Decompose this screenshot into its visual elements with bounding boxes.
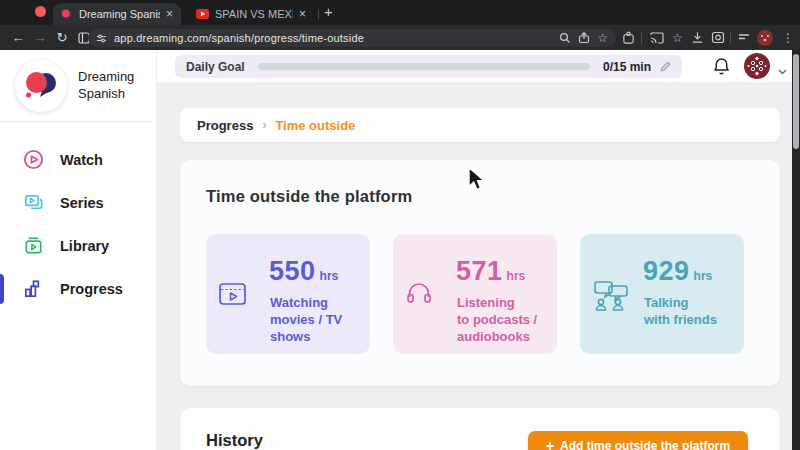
stat-label: Watching movies / TV shows bbox=[270, 294, 342, 345]
progress-icon bbox=[21, 277, 45, 300]
forward-icon[interactable]: → bbox=[30, 25, 50, 50]
time-outside-card: Time outside the platform 550 hrs Watchi… bbox=[180, 160, 780, 386]
stat-unit: hrs bbox=[694, 269, 713, 283]
stat-unit: hrs bbox=[320, 269, 339, 283]
sidebar-item-label: Progress bbox=[60, 281, 123, 297]
sidebar-item-series[interactable]: Series bbox=[0, 181, 156, 224]
browser-tab-youtube[interactable]: SPAIN VS MEXICO: Can We E × bbox=[188, 3, 314, 25]
search-tabs-icon[interactable] bbox=[711, 25, 725, 50]
toolbar-separator bbox=[730, 32, 731, 44]
toolbar-separator bbox=[641, 32, 642, 44]
stat-card-talking: 929 hrs Talking with friends bbox=[580, 234, 744, 354]
stat-value: 929 bbox=[643, 256, 690, 287]
tab-title: SPAIN VS MEXICO: Can We E bbox=[215, 8, 293, 20]
bookmark-icon[interactable]: ☆ bbox=[597, 32, 608, 44]
browser-menu-icon[interactable]: ⋮ bbox=[782, 25, 794, 50]
breadcrumb-current: Time outside bbox=[275, 118, 355, 133]
tab-title: Dreaming Spanish bbox=[79, 8, 160, 20]
screen: Dreaming Spanish × SPAIN VS MEXICO: Can … bbox=[0, 0, 800, 450]
user-avatar[interactable] bbox=[744, 53, 770, 83]
notifications-bell-icon[interactable] bbox=[713, 57, 730, 79]
breadcrumb-separator: › bbox=[262, 118, 266, 132]
dreaming-spanish-logo-icon bbox=[15, 60, 67, 112]
breadcrumb: Progress › Time outside bbox=[180, 108, 780, 142]
browser-chrome: Dreaming Spanish × SPAIN VS MEXICO: Can … bbox=[0, 0, 800, 50]
youtube-favicon bbox=[196, 9, 209, 19]
daily-goal-widget: Daily Goal 0/15 min bbox=[175, 55, 682, 78]
page-scrollbar[interactable] bbox=[792, 50, 800, 450]
stat-value: 571 bbox=[456, 256, 503, 287]
headphones-icon bbox=[405, 280, 433, 310]
add-time-outside-label: Add time outside the platform bbox=[560, 439, 730, 450]
sidebar-item-library[interactable]: Library bbox=[0, 224, 156, 267]
zoom-icon[interactable] bbox=[559, 32, 571, 44]
stat-label: Listening to podcasts / audiobooks bbox=[457, 294, 537, 345]
download-icon[interactable] bbox=[691, 25, 704, 50]
sidebar-item-label: Series bbox=[60, 195, 104, 211]
scrollbar-thumb[interactable] bbox=[793, 54, 799, 149]
breadcrumb-progress-link[interactable]: Progress bbox=[197, 118, 253, 133]
url-text[interactable]: app.dreaming.com/spanish/progress/time-o… bbox=[114, 32, 552, 44]
tab-separator bbox=[318, 9, 319, 19]
extensions-icon[interactable] bbox=[622, 25, 635, 50]
new-tab-button[interactable]: + bbox=[324, 3, 333, 20]
sidebar-nav: Watch Series bbox=[0, 122, 156, 310]
browser-profile-avatar[interactable] bbox=[757, 25, 773, 50]
browser-tab-dreaming-spanish[interactable]: Dreaming Spanish × bbox=[53, 3, 181, 25]
watch-icon bbox=[21, 148, 45, 171]
brand[interactable]: Dreaming Spanish bbox=[0, 50, 156, 122]
stat-value: 550 bbox=[269, 256, 316, 287]
back-icon[interactable]: ← bbox=[8, 25, 28, 50]
sidebar-item-label: Library bbox=[60, 238, 109, 254]
cast-icon[interactable] bbox=[650, 25, 664, 50]
sidebar-item-progress[interactable]: Progress bbox=[0, 267, 156, 310]
library-icon bbox=[21, 234, 45, 257]
dreaming-spanish-favicon bbox=[61, 8, 73, 20]
sidebar: Dreaming Spanish Watch bbox=[0, 50, 157, 450]
page-title: Time outside the platform bbox=[180, 160, 780, 206]
daily-goal-label: Daily Goal bbox=[186, 60, 245, 74]
share-icon[interactable] bbox=[578, 32, 590, 44]
extension-star-icon[interactable]: ☆ bbox=[672, 25, 683, 50]
brand-name: Dreaming Spanish bbox=[78, 69, 140, 103]
stat-card-watching: 550 hrs Watching movies / TV shows bbox=[206, 234, 370, 354]
tune-icon[interactable] bbox=[96, 33, 107, 44]
series-icon bbox=[21, 191, 45, 214]
sidebar-item-watch[interactable]: Watch bbox=[0, 138, 156, 181]
stat-card-listening: 571 hrs Listening to podcasts / audioboo… bbox=[393, 234, 557, 354]
chevron-down-icon[interactable] bbox=[778, 61, 787, 79]
sidebar-item-label: Watch bbox=[60, 152, 103, 168]
app-header: Daily Goal 0/15 min bbox=[157, 50, 800, 82]
close-tab-icon[interactable]: × bbox=[299, 8, 306, 20]
browser-toolbar: ← → ↻ app.dreaming.com/spanish/progress/… bbox=[0, 25, 800, 50]
daily-goal-progressbar bbox=[258, 63, 590, 70]
add-time-outside-button[interactable]: + Add time outside the platform bbox=[528, 431, 748, 450]
address-bar[interactable]: app.dreaming.com/spanish/progress/time-o… bbox=[88, 29, 616, 47]
stat-unit: hrs bbox=[507, 269, 526, 283]
reload-icon[interactable]: ↻ bbox=[52, 25, 72, 50]
close-tab-icon[interactable]: × bbox=[166, 8, 173, 20]
close-window-button[interactable] bbox=[35, 6, 46, 17]
stats-row: 550 hrs Watching movies / TV shows 571 h… bbox=[206, 234, 744, 354]
edit-goal-icon[interactable] bbox=[660, 61, 671, 72]
reading-list-icon[interactable] bbox=[738, 25, 750, 50]
people-talking-icon bbox=[592, 280, 634, 316]
stat-label: Talking with friends bbox=[644, 294, 717, 328]
plus-icon: + bbox=[546, 439, 554, 450]
movie-icon bbox=[218, 280, 248, 312]
daily-goal-value: 0/15 min bbox=[603, 60, 651, 74]
